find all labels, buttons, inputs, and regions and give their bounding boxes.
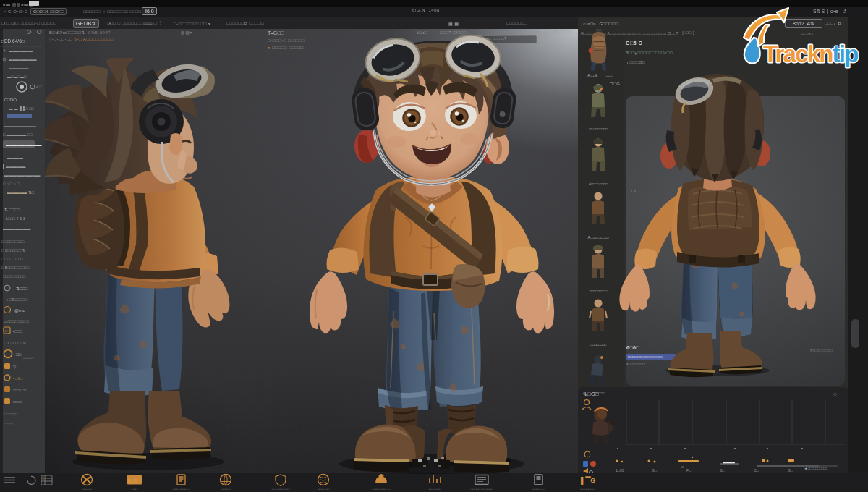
svg-text:▌▬▬▬▬▬: ▌▬▬▬▬▬ [3, 164, 26, 169]
svg-text:◀ □□□□□□□□□□: ◀ □□□□□□□□□□ [804, 467, 827, 470]
svg-text:1□00: 1□00 [616, 468, 624, 472]
svg-text:•□□□: •□□□ [13, 329, 22, 334]
svg-text:□ □□□□ □□□: □ □□□□ □□□ [1, 257, 23, 261]
svg-text:▬▬▬▬▬ ⇅□: ▬▬▬▬▬ ⇅□ [7, 190, 35, 195]
svg-text:L□□□ 4 5 3: L□□□ 4 5 3 [6, 216, 25, 221]
svg-text:F□: F□ [686, 468, 691, 472]
svg-text:□□□□□□: □□□□□□ [318, 487, 330, 491]
svg-text:□□□□□ □□□□□□: □□□□□ □□□□□□ [470, 487, 493, 491]
svg-text:□: □ [681, 465, 684, 469]
svg-text:□□□□□□: □□□□□□ [532, 487, 545, 491]
svg-text:▬▬▬▬▬▬▬▬▬: ▬▬▬▬▬▬▬▬▬ [4, 173, 41, 177]
svg-text:▬▬▬▬▬▬▬: ▬▬▬▬▬▬▬ [3, 226, 31, 231]
svg-text:⇅ □□□□: ⇅ □□□□ [4, 208, 20, 212]
svg-text:□□□□: □□□□ [4, 422, 13, 426]
svg-text:▬▬▬▬▬: ▬▬▬▬▬ [9, 66, 29, 70]
svg-text:□□: □□ [16, 352, 22, 357]
svg-text:□□□□□□□□□: □□□□□□□□□ [272, 487, 290, 491]
svg-text:□□□□: □□□□ [13, 399, 22, 404]
svg-text:▽: ▽ [13, 365, 17, 369]
svg-text:@rno: @rno [14, 308, 25, 313]
svg-text:□ ▬▬▬▬▬ □□: □ ▬▬▬▬▬ □□ [3, 132, 33, 137]
svg-text:• □⇅□: • □⇅□ [13, 376, 22, 381]
svg-text:□□□: □□□ [606, 74, 612, 77]
svg-text:□□□□□: □□□□□ [82, 487, 92, 491]
svg-text:A□□□k: A□□□k [587, 74, 597, 77]
svg-text:□ C□□□□□⇅: □ C□□□□□⇅ [4, 341, 26, 345]
svg-text:G□: G□ [788, 468, 793, 472]
svg-text:▌▔G: ▌▔G [581, 476, 595, 485]
svg-text:□□□□□□□□: □□□□□□□□ [590, 343, 606, 347]
svg-text:□□ □□□□□□□: □□ □□□□□□□ [589, 127, 608, 131]
svg-text:BLB: BLB [127, 478, 137, 483]
svg-text:A□□□□ □□□□: A□□□□ □□□□ [589, 182, 608, 186]
svg-text:C□DO: C□DO [4, 98, 17, 102]
svg-text:□ □□□□□□□□: □ □□□□□□□□ [1, 239, 25, 244]
svg-text:□: □ [5, 328, 7, 333]
svg-text:□ ○ □ ○ □: □ ○ □ ○ □ [3, 182, 20, 186]
svg-text:⇅□□□: ⇅□□□ [16, 287, 27, 291]
svg-text:□□□□□□□□: □□□□□□□□ [173, 487, 189, 491]
svg-text:Trackntip: Trackntip [763, 41, 858, 67]
svg-text:S□: S□ [720, 468, 724, 472]
svg-text:● □⇅□□□□□•: ● □⇅□□□□□• [6, 297, 28, 302]
svg-text:4 □: 4 □ [36, 85, 43, 89]
svg-text:□□□• □□: □□□• □□ [13, 388, 26, 392]
svg-text:▬▬▬▬▬▬▬▬▬: ▬▬▬▬▬▬▬▬▬ [6, 143, 42, 147]
svg-text:□ C□□□□□□⇅: □ C□□□□□□⇅ [1, 248, 26, 253]
svg-text:□□□: □□□ [132, 487, 137, 491]
svg-text:G□: G□ [652, 468, 657, 472]
svg-text:A□□□□ □□□□□: A□□□□ □□□□□ [588, 236, 609, 239]
svg-text:□□□□□□□□□: □□□□□□□□□ [590, 289, 608, 293]
svg-text:□□□□□: □□□□□ [221, 487, 231, 491]
svg-text:□□□□□□□: □□□□□□□ [580, 487, 594, 491]
svg-text:□□□□□□□□□: □□□□□□□□□ [373, 487, 391, 491]
svg-text:C□: C□ [754, 468, 759, 472]
svg-text:▾▾: ▾▾ [29, 57, 33, 62]
svg-text:□□□□ □□□□□: □□□□ □□□□□ [3, 274, 26, 279]
svg-text:▬□▬□▬□: ▬□▬□▬□ [7, 75, 27, 79]
svg-text:□□□□□□: □□□□□□ [429, 487, 441, 491]
svg-text:□□□□□□: □□□□□□ [4, 412, 17, 416]
svg-text:▬ ▬ ▐▐ □ □□: ▬ ▬ ▐▐ □ □□ [9, 106, 35, 111]
svg-text:□DD 64/6□: □DD 64/6□ [1, 38, 25, 43]
svg-text:□□□□□□: □□□□□□ [592, 391, 605, 394]
svg-text:□□□□○: □□□□○ [23, 355, 34, 360]
svg-text:▬▬▬▬▬▬▬▬: ▬▬▬▬▬▬▬▬ [4, 124, 37, 128]
svg-text:▵ □□□□ □□□ □: ▵ □□□□ □□□ □ [4, 319, 30, 323]
svg-text:▬▬▬▬▬▬: ▬▬▬▬▬▬ [9, 48, 33, 53]
svg-text:□ B□□□□□□□□□: □ B□□□□□□□□□ [1, 266, 30, 270]
svg-text:▬▬▬▬: ▬▬▬▬ [7, 156, 24, 160]
